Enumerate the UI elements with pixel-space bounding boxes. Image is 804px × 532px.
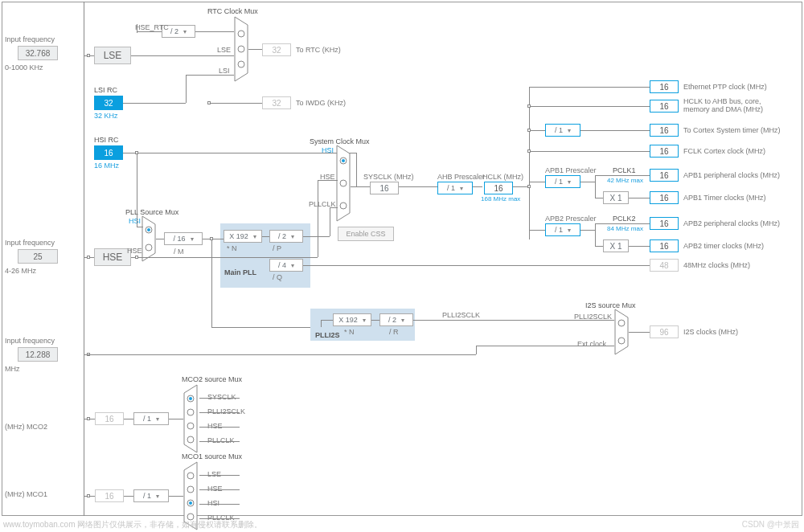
- lsi-note: 32 KHz: [94, 113, 118, 121]
- sysclk-val-box: 16: [370, 182, 399, 194]
- i2s-label: I2S clocks (MHz): [683, 329, 738, 337]
- pll-n-note: * N: [227, 245, 237, 253]
- rtc-out-box: 32: [262, 43, 291, 56]
- mco2-div[interactable]: / 1▾: [133, 412, 169, 425]
- mco1-mux-title: MCO1 source Mux: [182, 453, 242, 461]
- hclk-val-box[interactable]: 16: [484, 182, 513, 194]
- pclk2-label: PCLK2: [613, 215, 636, 223]
- input-freq3-box[interactable]: 12.288: [18, 347, 58, 362]
- cortex-timer-box[interactable]: 16: [650, 124, 679, 137]
- rtc-out-label: To RTC (KHz): [296, 47, 341, 55]
- pll-hse-label: HSE: [127, 248, 142, 256]
- plli2sclk-label: PLLI2SCLK: [442, 312, 480, 320]
- mco2-label: (MHz) MCO2: [5, 424, 47, 432]
- svg-point-19: [187, 409, 194, 415]
- plli2s-r-note: / R: [389, 329, 399, 337]
- footer-text: www.toymoban.com 网络图片仅供展示，非存储，如有侵权请联系删除。: [3, 519, 262, 530]
- apb1p-label: APB1 peripheral clocks (MHz): [683, 172, 780, 180]
- sysclk-label: SYSCLK (MHz): [363, 174, 414, 182]
- plli2s-n-note: * N: [344, 329, 355, 337]
- sysclk-hsi-label: HSI: [322, 147, 334, 155]
- apb2t-label: APB2 timer clocks (MHz): [683, 243, 764, 251]
- enable-css-button[interactable]: Enable CSS: [338, 227, 394, 241]
- lsi-val-box: 32: [94, 96, 123, 110]
- watermark-text: CSDN @中景园: [742, 519, 799, 530]
- svg-point-11: [340, 180, 347, 186]
- mhz48-box: 48: [650, 259, 679, 272]
- svg-point-14: [618, 320, 625, 326]
- mco1-label: (MHz) MCO1: [5, 491, 47, 499]
- pll-q-div[interactable]: / 4▾: [269, 259, 303, 272]
- mco1-div[interactable]: / 1▾: [133, 489, 169, 502]
- hsi-rc-label: HSI RC: [94, 137, 119, 145]
- input-freq2-box[interactable]: 25: [18, 249, 58, 264]
- apb2-prescaler-label: APB2 Prescaler: [545, 215, 597, 223]
- apb2p-label: APB2 peripheral clocks (MHz): [683, 220, 780, 228]
- apb1t-label: APB1 Timer clocks (MHz): [683, 194, 766, 203]
- apb1-prescaler[interactable]: / 1▾: [545, 175, 580, 188]
- pll-hsi-label: HSI: [129, 218, 141, 226]
- plli2s-r[interactable]: / 2▾: [379, 313, 413, 326]
- sysclk-mux[interactable]: [336, 145, 354, 222]
- i2s-in1-label: PLLI2SCLK: [574, 313, 612, 321]
- svg-point-3: [238, 61, 244, 68]
- lsi-rc-label: LSI RC: [94, 87, 117, 95]
- mhz48-label: 48MHz clocks (MHz): [683, 262, 750, 270]
- side-panel-divider: [84, 2, 84, 516]
- mco2-mux[interactable]: [183, 384, 201, 453]
- ahb-prescaler-label: AHB Prescaler: [437, 174, 485, 182]
- eth-ptp-box[interactable]: 16: [650, 80, 679, 93]
- apb2t-box[interactable]: 16: [650, 239, 679, 252]
- hsi-note: 16 MHz: [94, 162, 119, 170]
- ahb-prescaler[interactable]: / 1▾: [437, 182, 473, 194]
- pll-p-note: / P: [273, 245, 281, 253]
- pll-p-div[interactable]: / 2▾: [269, 230, 303, 243]
- svg-point-1: [238, 31, 244, 37]
- pclk1-label: PCLK1: [613, 167, 636, 175]
- pclk1-note: 42 MHz max: [607, 178, 643, 185]
- svg-point-7: [146, 244, 152, 251]
- plli2s-n[interactable]: X 192▾: [333, 313, 371, 326]
- main-pll-title: Main PLL: [224, 269, 256, 277]
- hclk-out-box[interactable]: 16: [650, 100, 679, 113]
- svg-point-26: [189, 501, 192, 505]
- input-freq1-box[interactable]: 32.768: [18, 46, 58, 60]
- svg-point-21: [187, 436, 194, 443]
- svg-point-18: [189, 397, 192, 400]
- iwdg-label: To IWDG (KHz): [296, 100, 346, 108]
- input-freq3-label: Input frequency: [5, 338, 55, 346]
- svg-point-23: [187, 473, 194, 479]
- apb2-prescaler[interactable]: / 1▾: [545, 223, 580, 236]
- svg-marker-4: [142, 216, 155, 261]
- pll-n-mult[interactable]: X 192▾: [224, 230, 262, 243]
- cortex-timer-label: To Cortex System timer (MHz): [683, 127, 781, 135]
- input-freq1-note: 0-1000 KHz: [5, 64, 43, 72]
- apb1-timer-mult: X 1: [603, 191, 629, 204]
- svg-point-15: [618, 338, 625, 344]
- lse-source-box[interactable]: LSE: [94, 47, 131, 64]
- mco2-mux-title: MCO2 source Mux: [182, 376, 242, 384]
- pll-q-note: / Q: [273, 274, 282, 282]
- input-freq1-label: Input frequency: [5, 36, 55, 44]
- hclk-out-label: HCLK to AHB bus, core, memory and DMA (M…: [683, 98, 788, 114]
- hse-source-box[interactable]: HSE: [94, 248, 131, 266]
- pll-m-divider[interactable]: / 16▾: [164, 232, 203, 245]
- input-freq2-note: 4-26 MHz: [5, 268, 36, 276]
- svg-point-10: [342, 159, 345, 162]
- rtc-lse-label: LSE: [217, 47, 231, 55]
- pll-m-note: / M: [174, 248, 184, 256]
- apb2p-box[interactable]: 16: [650, 217, 679, 230]
- mco1-val-box: 16: [95, 489, 124, 502]
- svg-point-12: [340, 203, 347, 209]
- pclk2-note: 84 MHz max: [607, 226, 643, 233]
- fclk-box[interactable]: 16: [650, 145, 679, 158]
- svg-point-24: [187, 486, 194, 493]
- cortex-div[interactable]: / 1▾: [545, 124, 580, 137]
- hsi-val-box: 16: [94, 145, 123, 160]
- i2s-box: 96: [650, 325, 679, 338]
- apb1t-box[interactable]: 16: [650, 191, 679, 204]
- hclk-label: HCLK (MHz): [482, 174, 523, 182]
- svg-point-2: [238, 46, 244, 52]
- svg-point-6: [147, 228, 150, 231]
- apb1p-box[interactable]: 16: [650, 169, 679, 182]
